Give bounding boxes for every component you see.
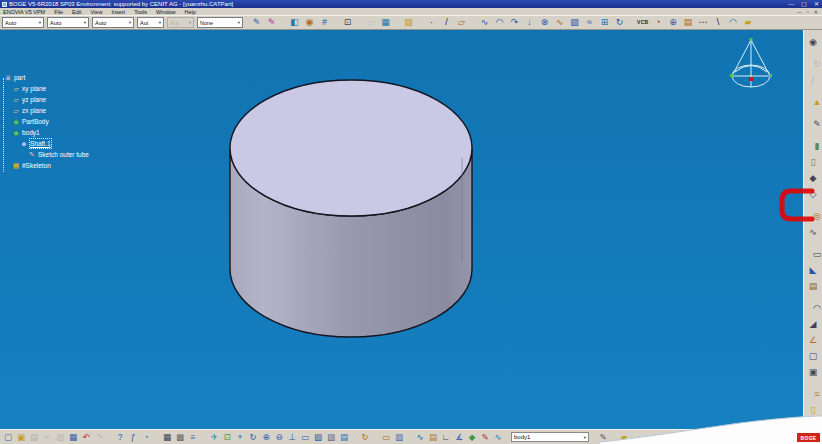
fit-all-icon[interactable]: ⊡ (221, 431, 233, 443)
active-body-combo[interactable]: body1 ▾ (511, 432, 589, 442)
menu-item[interactable]: Insert (111, 9, 125, 15)
mdi-close-button[interactable]: ✕ (814, 9, 818, 15)
sketcher-icon[interactable]: ✎ (811, 118, 822, 131)
menu-item[interactable]: Tools (134, 9, 147, 15)
lock-icon[interactable]: ▩ (174, 431, 186, 443)
apply-material-icon[interactable]: ◉ (303, 16, 316, 29)
help-icon[interactable]: ? (114, 431, 126, 443)
filter-dropdown-1[interactable]: Auto ▾ (2, 17, 44, 28)
mirror-icon[interactable]: ▯ (807, 404, 820, 417)
zoom-out-icon[interactable]: ⊖ (273, 431, 285, 443)
tree-item-xy-plane[interactable]: ▱ xy plane (12, 83, 89, 94)
screens-icon[interactable]: ▤ (338, 431, 350, 443)
update-icon[interactable]: ↻ (811, 58, 822, 71)
redo-icon[interactable]: ↷ (93, 431, 105, 443)
shaded-view-icon[interactable]: ▨ (325, 431, 337, 443)
stiffener-icon[interactable]: ◣ (807, 264, 820, 277)
minimize-button[interactable]: — (788, 0, 794, 8)
axis-line-icon[interactable]: \ (711, 16, 724, 29)
rotate-table-icon[interactable]: ↻ (359, 431, 371, 443)
arc-icon[interactable]: ◠ (493, 16, 506, 29)
shell-icon[interactable]: ▢ (807, 350, 820, 363)
swirl-icon[interactable]: ∿ (414, 431, 426, 443)
arc-tool-icon[interactable]: ◠ (726, 16, 739, 29)
intersection-icon[interactable]: ⊗ (538, 16, 551, 29)
fill-surface-icon[interactable]: ▨ (568, 16, 581, 29)
chamfer-icon[interactable]: ◢ (807, 318, 820, 331)
cut-icon[interactable]: ✂ (41, 431, 53, 443)
spray-paint-icon[interactable]: ✎ (265, 16, 278, 29)
histogram-icon[interactable]: ▥ (393, 431, 405, 443)
draft-icon[interactable]: ∠ (807, 334, 820, 347)
menu-item[interactable]: View (91, 9, 103, 15)
view-compass[interactable] (726, 34, 776, 98)
annotation-pen-icon[interactable]: ✎ (479, 431, 491, 443)
menu-item[interactable]: Help (185, 9, 196, 15)
tree-item-partbody[interactable]: ◉ PartBody (12, 116, 89, 127)
search-analyze-icon[interactable]: ⊕ (666, 16, 679, 29)
grid-cube-icon[interactable]: ⊞ (598, 16, 611, 29)
copy-icon[interactable]: ▥ (54, 431, 66, 443)
zoom-in-icon[interactable]: ⊕ (260, 431, 272, 443)
ghost-tool-icon[interactable]: ▭ (364, 16, 377, 29)
mdi-minimize-button[interactable]: — (797, 9, 802, 15)
ruler-icon[interactable]: ▭ (380, 431, 392, 443)
user-profile-icon[interactable]: ◔ (651, 16, 664, 29)
menu-item[interactable]: Edit (72, 9, 81, 15)
corner-icon[interactable]: ↷ (508, 16, 521, 29)
pad-icon[interactable]: ▮ (811, 140, 822, 153)
calculator-icon[interactable]: ▦ (161, 431, 173, 443)
new-document-icon[interactable]: ▢ (2, 431, 14, 443)
cylinder-model[interactable] (0, 30, 803, 429)
shaft-icon[interactable]: ◆ (807, 172, 820, 185)
thread-icon[interactable]: ≡ (811, 388, 822, 401)
layers-icon[interactable]: ≡ (187, 431, 199, 443)
paste-icon[interactable]: ▦ (67, 431, 79, 443)
grid-icon[interactable]: # (318, 16, 331, 29)
save-icon[interactable]: ▤ (28, 431, 40, 443)
vcb-icon[interactable]: VCB (636, 16, 649, 29)
render-style-icon[interactable]: ◉ (807, 36, 820, 49)
paintbrush-icon[interactable]: ✎ (250, 16, 263, 29)
fly-mode-icon[interactable]: ✈ (208, 431, 220, 443)
tree-item-sketch-outer-tube[interactable]: ✎ Sketch outer tube (28, 149, 89, 160)
filter-dropdown-4[interactable]: Aut ▾ (137, 17, 164, 28)
rotate-view-icon[interactable]: ↻ (247, 431, 259, 443)
more-options-icon[interactable]: ⋯ (696, 16, 709, 29)
tree-item-part[interactable]: ▣ part (4, 72, 89, 83)
pan-icon[interactable]: + (234, 431, 246, 443)
formula-icon[interactable]: ƒ (127, 431, 139, 443)
menu-item[interactable]: File (54, 9, 63, 15)
open-folder-icon[interactable]: ▣ (15, 431, 27, 443)
undo-icon[interactable]: ↶ (80, 431, 92, 443)
web-icon[interactable]: ◔ (140, 431, 152, 443)
pencil-icon[interactable]: ✎ (597, 431, 609, 443)
blend-icon[interactable]: ≈ (583, 16, 596, 29)
maximize-button[interactable]: ▢ (801, 0, 807, 8)
filter-dropdown-3[interactable]: Auto ▾ (92, 17, 134, 28)
tree-item-zx-plane[interactable]: ▱ zx plane (12, 105, 89, 116)
axis-system-icon[interactable]: ∟ (440, 431, 452, 443)
rapid-prototype-icon[interactable]: ▧ (402, 16, 415, 29)
filter-dropdown-5[interactable]: Aut ▾ (167, 17, 194, 28)
plane-tool-icon[interactable]: ▱ (455, 16, 468, 29)
tree-item-skeleton[interactable]: ▦ #Skeleton (12, 160, 89, 171)
spline-icon[interactable]: ∿ (478, 16, 491, 29)
multi-view-icon[interactable]: ▭ (299, 431, 311, 443)
normal-view-icon[interactable]: ⊥ (286, 431, 298, 443)
tree-item-shaft1[interactable]: ◆ Shaft.1 (20, 138, 89, 149)
fillet-icon[interactable]: ◠ (811, 302, 822, 315)
session-icon[interactable]: ▤ (681, 16, 694, 29)
power-copy-icon[interactable]: ▰ (618, 431, 630, 443)
camera-render-icon[interactable]: ◧ (288, 16, 301, 29)
design-table-icon[interactable]: ▦ (379, 16, 392, 29)
zoom-area-icon[interactable]: ⊡ (341, 16, 354, 29)
menu-item[interactable]: ENOVIA V5 VPM (3, 9, 45, 15)
sweep-icon[interactable]: ∿ (553, 16, 566, 29)
mdi-restore-button[interactable]: ▫ (807, 9, 809, 15)
pocket-icon[interactable]: ▯ (807, 156, 820, 169)
tree-item-yz-plane[interactable]: ▱ yz plane (12, 94, 89, 105)
knowledge-icon[interactable]: ƒ (807, 74, 820, 87)
iso-view-icon[interactable]: ▧ (312, 431, 324, 443)
line-icon[interactable]: / (440, 16, 453, 29)
